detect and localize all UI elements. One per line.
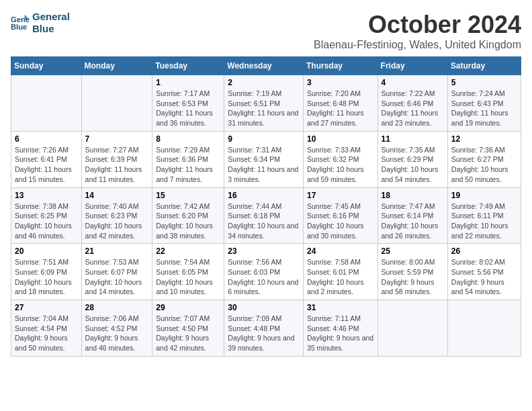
- calendar-week-row: 13Sunrise: 7:38 AM Sunset: 6:25 PM Dayli…: [11, 187, 521, 244]
- day-detail: Sunrise: 7:09 AM Sunset: 4:48 PM Dayligh…: [228, 314, 300, 353]
- day-detail: Sunrise: 7:53 AM Sunset: 6:07 PM Dayligh…: [85, 257, 149, 297]
- calendar-cell: 10Sunrise: 7:33 AM Sunset: 6:32 PM Dayli…: [303, 131, 378, 187]
- day-number: 12: [451, 134, 517, 144]
- day-number: 31: [307, 303, 374, 312]
- day-number: 1: [156, 78, 220, 87]
- day-number: 17: [307, 191, 374, 200]
- calendar-cell: [447, 300, 521, 357]
- day-number: 26: [451, 246, 517, 256]
- day-detail: Sunrise: 7:35 AM Sunset: 6:29 PM Dayligh…: [382, 145, 444, 185]
- day-number: 13: [15, 191, 78, 200]
- day-number: 2: [228, 78, 300, 87]
- calendar-cell: 30Sunrise: 7:09 AM Sunset: 4:48 PM Dayli…: [224, 300, 304, 357]
- calendar-header-row: SundayMondayTuesdayWednesdayThursdayFrid…: [11, 57, 521, 75]
- day-of-week-header: Sunday: [11, 57, 82, 75]
- day-detail: Sunrise: 7:58 AM Sunset: 6:01 PM Dayligh…: [307, 257, 374, 297]
- day-number: 22: [156, 246, 220, 256]
- calendar-week-row: 1Sunrise: 7:17 AM Sunset: 6:53 PM Daylig…: [11, 75, 521, 132]
- day-detail: Sunrise: 7:49 AM Sunset: 6:11 PM Dayligh…: [451, 201, 517, 241]
- calendar-cell: 29Sunrise: 7:07 AM Sunset: 4:50 PM Dayli…: [152, 300, 224, 357]
- calendar-cell: 15Sunrise: 7:42 AM Sunset: 6:20 PM Dayli…: [152, 187, 224, 244]
- main-title: October 2024: [314, 11, 521, 39]
- day-number: 24: [307, 246, 374, 256]
- day-number: 8: [156, 134, 220, 144]
- day-detail: Sunrise: 7:20 AM Sunset: 6:48 PM Dayligh…: [307, 89, 374, 128]
- day-number: 27: [15, 303, 78, 312]
- day-number: 7: [85, 134, 149, 144]
- calendar-cell: 16Sunrise: 7:44 AM Sunset: 6:18 PM Dayli…: [224, 187, 304, 244]
- day-of-week-header: Friday: [378, 57, 447, 75]
- day-detail: Sunrise: 7:07 AM Sunset: 4:50 PM Dayligh…: [156, 314, 220, 353]
- logo-icon: General Blue: [11, 13, 30, 32]
- calendar-cell: 7Sunrise: 7:27 AM Sunset: 6:39 PM Daylig…: [81, 131, 152, 187]
- calendar-cell: 12Sunrise: 7:36 AM Sunset: 6:27 PM Dayli…: [447, 131, 521, 187]
- calendar-cell: 11Sunrise: 7:35 AM Sunset: 6:29 PM Dayli…: [378, 131, 447, 187]
- day-detail: Sunrise: 7:24 AM Sunset: 6:43 PM Dayligh…: [451, 89, 517, 128]
- calendar-cell: 27Sunrise: 7:04 AM Sunset: 4:54 PM Dayli…: [11, 300, 82, 357]
- day-number: 9: [228, 134, 300, 144]
- logo-line1: General: [32, 11, 70, 23]
- day-of-week-header: Wednesday: [224, 57, 304, 75]
- calendar-week-row: 6Sunrise: 7:26 AM Sunset: 6:41 PM Daylig…: [11, 131, 521, 187]
- calendar-cell: [378, 300, 447, 357]
- day-of-week-header: Tuesday: [152, 57, 224, 75]
- day-detail: Sunrise: 7:19 AM Sunset: 6:51 PM Dayligh…: [228, 89, 300, 128]
- calendar-table: SundayMondayTuesdayWednesdayThursdayFrid…: [11, 56, 521, 357]
- day-detail: Sunrise: 7:56 AM Sunset: 6:03 PM Dayligh…: [228, 257, 300, 297]
- day-number: 21: [85, 246, 149, 256]
- day-number: 19: [451, 191, 517, 200]
- calendar-cell: 28Sunrise: 7:06 AM Sunset: 4:52 PM Dayli…: [81, 300, 152, 357]
- calendar-cell: 2Sunrise: 7:19 AM Sunset: 6:51 PM Daylig…: [224, 75, 304, 132]
- day-detail: Sunrise: 7:17 AM Sunset: 6:53 PM Dayligh…: [156, 89, 220, 128]
- day-detail: Sunrise: 7:36 AM Sunset: 6:27 PM Dayligh…: [451, 145, 517, 185]
- day-number: 25: [382, 246, 444, 256]
- calendar-cell: 23Sunrise: 7:56 AM Sunset: 6:03 PM Dayli…: [224, 244, 304, 300]
- logo-line2: Blue: [32, 23, 70, 35]
- day-detail: Sunrise: 7:51 AM Sunset: 6:09 PM Dayligh…: [15, 257, 78, 297]
- header: General Blue General Blue October 2024 B…: [11, 11, 521, 51]
- calendar-cell: 19Sunrise: 7:49 AM Sunset: 6:11 PM Dayli…: [447, 187, 521, 244]
- calendar-cell: 14Sunrise: 7:40 AM Sunset: 6:23 PM Dayli…: [81, 187, 152, 244]
- day-detail: Sunrise: 7:47 AM Sunset: 6:14 PM Dayligh…: [382, 201, 444, 241]
- day-number: 15: [156, 191, 220, 200]
- day-number: 14: [85, 191, 149, 200]
- calendar-cell: 13Sunrise: 7:38 AM Sunset: 6:25 PM Dayli…: [11, 187, 82, 244]
- day-detail: Sunrise: 7:22 AM Sunset: 6:46 PM Dayligh…: [382, 89, 444, 128]
- title-area: October 2024 Blaenau-Ffestiniog, Wales, …: [314, 11, 521, 51]
- day-detail: Sunrise: 7:44 AM Sunset: 6:18 PM Dayligh…: [228, 201, 300, 241]
- calendar-cell: 1Sunrise: 7:17 AM Sunset: 6:53 PM Daylig…: [152, 75, 224, 132]
- calendar-cell: 8Sunrise: 7:29 AM Sunset: 6:36 PM Daylig…: [152, 131, 224, 187]
- calendar-cell: 20Sunrise: 7:51 AM Sunset: 6:09 PM Dayli…: [11, 244, 82, 300]
- calendar-cell: 9Sunrise: 7:31 AM Sunset: 6:34 PM Daylig…: [224, 131, 304, 187]
- day-number: 30: [228, 303, 300, 312]
- day-detail: Sunrise: 7:31 AM Sunset: 6:34 PM Dayligh…: [228, 145, 300, 185]
- calendar-cell: 31Sunrise: 7:11 AM Sunset: 4:46 PM Dayli…: [303, 300, 378, 357]
- day-number: 10: [307, 134, 374, 144]
- day-number: 11: [382, 134, 444, 144]
- calendar-cell: 25Sunrise: 8:00 AM Sunset: 5:59 PM Dayli…: [378, 244, 447, 300]
- day-detail: Sunrise: 8:00 AM Sunset: 5:59 PM Dayligh…: [382, 257, 444, 297]
- day-detail: Sunrise: 7:45 AM Sunset: 6:16 PM Dayligh…: [307, 201, 374, 241]
- day-detail: Sunrise: 7:04 AM Sunset: 4:54 PM Dayligh…: [15, 314, 78, 353]
- day-detail: Sunrise: 7:06 AM Sunset: 4:52 PM Dayligh…: [85, 314, 149, 353]
- calendar-cell: [81, 75, 152, 132]
- day-number: 28: [85, 303, 149, 312]
- day-detail: Sunrise: 7:42 AM Sunset: 6:20 PM Dayligh…: [156, 201, 220, 241]
- day-number: 3: [307, 78, 374, 87]
- day-of-week-header: Saturday: [447, 57, 521, 75]
- logo: General Blue General Blue: [11, 11, 70, 35]
- calendar-cell: [11, 75, 82, 132]
- day-detail: Sunrise: 7:27 AM Sunset: 6:39 PM Dayligh…: [85, 145, 149, 185]
- calendar-week-row: 27Sunrise: 7:04 AM Sunset: 4:54 PM Dayli…: [11, 300, 521, 357]
- day-of-week-header: Thursday: [303, 57, 378, 75]
- calendar-cell: 22Sunrise: 7:54 AM Sunset: 6:05 PM Dayli…: [152, 244, 224, 300]
- day-number: 4: [382, 78, 444, 87]
- calendar-cell: 3Sunrise: 7:20 AM Sunset: 6:48 PM Daylig…: [303, 75, 378, 132]
- day-number: 18: [382, 191, 444, 200]
- calendar-cell: 17Sunrise: 7:45 AM Sunset: 6:16 PM Dayli…: [303, 187, 378, 244]
- day-detail: Sunrise: 7:26 AM Sunset: 6:41 PM Dayligh…: [15, 145, 78, 185]
- calendar-cell: 26Sunrise: 8:02 AM Sunset: 5:56 PM Dayli…: [447, 244, 521, 300]
- day-number: 29: [156, 303, 220, 312]
- day-detail: Sunrise: 8:02 AM Sunset: 5:56 PM Dayligh…: [451, 257, 517, 297]
- calendar-cell: 24Sunrise: 7:58 AM Sunset: 6:01 PM Dayli…: [303, 244, 378, 300]
